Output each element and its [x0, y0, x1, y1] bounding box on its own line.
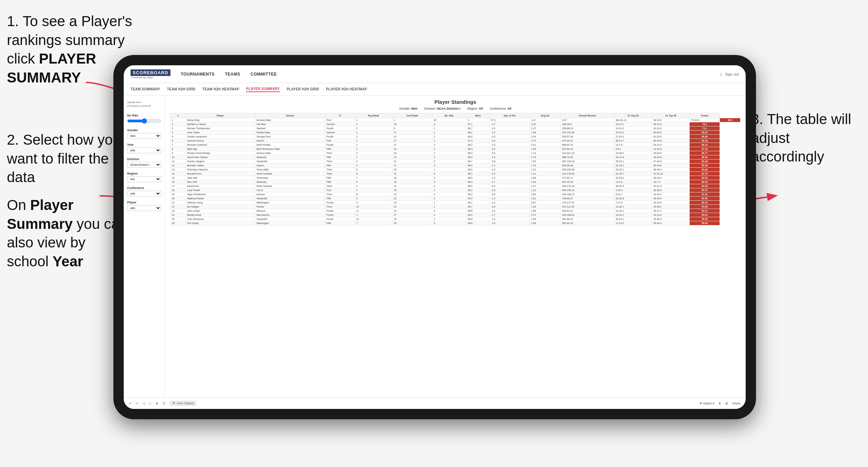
table-cell: 9 — [170, 151, 186, 155]
table-cell: 19 — [170, 192, 186, 197]
table-cell: 2.01 — [530, 143, 560, 147]
table-cell: 26-27-2 — [652, 209, 690, 213]
table-cell: 1.50 — [530, 159, 560, 164]
conference-select[interactable]: (All) — [127, 191, 161, 197]
table-cell: 27 — [392, 213, 432, 217]
table-cell: 11-5-3 — [614, 180, 652, 184]
table-cell: 33-38-4 — [652, 217, 690, 221]
sidebar-division-section: Division NCAA Division I — [127, 157, 161, 168]
col-conf-rank: Conf Rank — [392, 113, 432, 118]
main-content: Update time: 27/03/2024 16:56:26 No Rds.… — [124, 96, 746, 397]
table-cell: 1 — [466, 118, 490, 122]
table-cell: Jack Lundin — [186, 209, 255, 213]
table-cell: Second — [325, 131, 355, 135]
table-cell: 2 — [432, 135, 466, 139]
table-cell: 18 — [392, 122, 432, 126]
table-area: Player Standings Gender: Men Division: N… — [165, 96, 746, 397]
toolbar-view[interactable]: 👁 View: Original — [170, 401, 196, 406]
table-cell: 0.87 — [530, 201, 560, 205]
table-cell: Alex Goff — [186, 180, 255, 184]
table-row: 6Jackson KoivunAuburnFirst127167.3-2.02.… — [170, 139, 741, 143]
sub-nav-team-h2h-grid[interactable]: TEAM H2H GRID — [167, 87, 196, 92]
toolbar-redo[interactable]: ↪ — [136, 402, 138, 405]
table-cell: Gordon Sargent — [186, 159, 255, 164]
table-cell: 6 — [355, 168, 392, 172]
toolbar-share[interactable]: Share — [732, 402, 741, 405]
table-cell: 59.45 — [690, 221, 720, 225]
nav-tournaments[interactable]: TOURNAMENTS — [181, 70, 215, 78]
table-cell: 0.96 — [530, 192, 560, 197]
table-row: 22Ian GilliganFloridaThird1024168.7-0.81… — [170, 205, 741, 209]
nav-teams[interactable]: TEAMS — [225, 70, 241, 78]
table-cell: 19 — [392, 180, 432, 184]
sub-nav-player-summary[interactable]: PLAYER SUMMARY — [246, 86, 280, 92]
table-cell: 1 — [355, 118, 392, 122]
toolbar-fwd[interactable]: ▷ — [149, 402, 152, 405]
year-select[interactable]: (All) — [127, 147, 161, 153]
table-cell: 5 — [170, 135, 186, 139]
instruction-2: 2. Select how you want to filter the dat… — [7, 131, 124, 187]
toolbar-back[interactable]: ◁ — [143, 402, 145, 405]
table-cell: 26-25-3 — [614, 184, 652, 188]
player-select[interactable]: (All) — [127, 205, 161, 211]
table-cell: 24-45-1 — [652, 192, 690, 197]
sign-out-link[interactable]: Sign out — [725, 72, 739, 76]
table-cell: 440-26-6 — [560, 122, 614, 126]
table-cell: Fifth — [325, 176, 355, 180]
table-cell: 25 — [392, 221, 432, 225]
table-cell: 63.83 — [690, 168, 720, 172]
gender-select[interactable]: Men — [127, 133, 161, 139]
sub-nav-player-h2h-heatmap[interactable]: PLAYER H2H HEATMAP — [326, 87, 367, 92]
table-cell: Third — [325, 192, 355, 197]
toolbar-grid[interactable]: ⊞ — [725, 402, 728, 405]
toolbar-undo[interactable]: ↩ — [129, 402, 132, 405]
table-cell: -1.0 — [490, 201, 530, 205]
table-row: 15Jake HallTennesseeFifth718068.5-1.51.6… — [170, 176, 741, 180]
table-cell: 28-12-7 — [614, 139, 652, 143]
table-cell: 377-82-17 — [560, 176, 614, 180]
table-cell: 1 — [432, 217, 466, 221]
region-select[interactable]: N/A — [127, 176, 161, 182]
table-row: 21Taehoon SongWashingtonFourth423169.1-1… — [170, 201, 741, 205]
table-cell: 65.49 — [690, 159, 720, 164]
table-cell: 1.43 — [530, 205, 560, 209]
sub-nav-team-summary[interactable]: TEAM SUMMARY — [131, 87, 160, 92]
table-cell: Third — [325, 172, 355, 176]
table-cell: Second — [325, 122, 355, 126]
table-cell: -1.8 — [490, 221, 530, 225]
toolbar-copy[interactable]: ⊕ — [156, 402, 158, 405]
table-cell: 49-35-9 — [652, 197, 690, 201]
no-rds-slider[interactable] — [127, 118, 161, 124]
table-cell: 21 — [392, 135, 432, 139]
col-overall-record: Overall Record — [560, 113, 614, 118]
table-cell: -1.1 — [490, 164, 530, 168]
toolbar-export[interactable]: ⬆ — [719, 402, 721, 405]
table-cell: 452-96-12 — [560, 217, 614, 221]
table-row: 13Phichaksn MaichonTexas A&MThird630169.… — [170, 168, 741, 172]
table-cell: 23 — [170, 209, 186, 213]
table-cell: Fifth — [325, 180, 355, 184]
col-vs-top-25: Vs Top 25 — [614, 113, 652, 118]
table-row: 16Alex GoffKentuckyFifth819068.3-1.71.92… — [170, 180, 741, 184]
table-cell: 8 — [392, 126, 432, 131]
table-cell: 381-61-11 — [614, 118, 652, 122]
sub-nav-player-h2h-grid[interactable]: PLAYER H2H GRID — [287, 87, 319, 92]
table-cell: 30 — [392, 168, 432, 172]
nav-committee[interactable]: COMMITTEE — [251, 70, 277, 78]
table-cell: 1.98 — [530, 131, 560, 135]
table-cell: 562-82-23 — [560, 221, 614, 225]
table-cell: Wenyi Ding — [186, 118, 255, 122]
table-cell: 50-19-9 — [652, 139, 690, 143]
toolbar-watch[interactable]: 👁 Watch ▾ — [699, 402, 714, 405]
table-cell: 68.18 — [690, 139, 720, 143]
table-cell: Tiger Christensen — [186, 192, 255, 197]
table-cell: 27-10-2 — [614, 135, 652, 139]
table-cell: 31-15-1 — [614, 164, 652, 168]
table-cell: 28-38-0 — [652, 188, 690, 192]
division-select[interactable]: NCAA Division I — [127, 162, 161, 168]
sub-nav-team-h2h-heatmap[interactable]: TEAM H2H HEATMAP — [202, 87, 239, 92]
table-cell: 25 — [170, 217, 186, 221]
table-cell: Vanderbilt — [255, 217, 325, 221]
toolbar-clock[interactable]: ⏱ — [163, 402, 166, 405]
logo: SCOREBOARD Powered by clippi — [131, 69, 170, 79]
